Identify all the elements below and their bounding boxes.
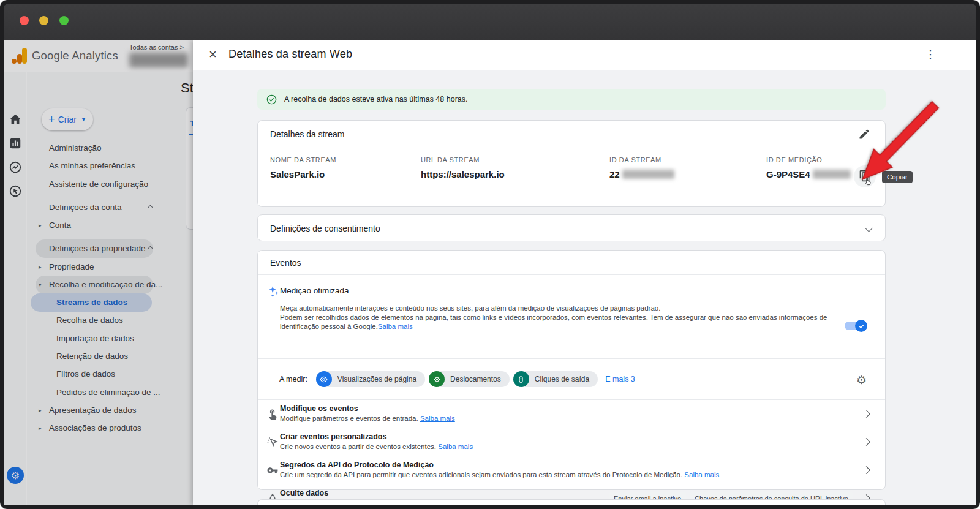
data-collection-banner: A recolha de dados esteve ativa nas últi… bbox=[257, 89, 886, 110]
macos-window: Google Analytics Todas as contas > ⚙ bbox=[0, 0, 980, 509]
copy-measurement-id-button[interactable] bbox=[854, 165, 876, 187]
events-card: Eventos Medição otimizada Meça automatic… bbox=[257, 250, 886, 490]
banner-text: A recolha de dados esteve ativa nas últi… bbox=[284, 95, 468, 104]
stream-name-field: NOME DA STREAM SalesPark.io bbox=[258, 156, 421, 179]
enhanced-measurement-toggle[interactable] bbox=[845, 322, 865, 330]
learn-more-link[interactable]: Saiba mais bbox=[378, 323, 413, 330]
redacted-value bbox=[813, 170, 851, 179]
cursor-sparkle-icon bbox=[266, 436, 279, 448]
edit-pencil-icon[interactable] bbox=[858, 128, 870, 140]
modify-events-row[interactable]: Modifique os eventos Modifique parâmetro… bbox=[258, 400, 885, 428]
stream-url-field: URL DA STREAM https://salespark.io bbox=[421, 156, 609, 179]
sparkle-icon bbox=[267, 285, 281, 298]
close-window-button[interactable] bbox=[20, 16, 29, 25]
scroll-icon bbox=[429, 371, 445, 387]
stream-id-field: ID DA STREAM 22 bbox=[609, 156, 766, 179]
learn-more-link[interactable]: Saiba mais bbox=[420, 415, 455, 422]
consent-settings-card[interactable]: Definições de consentimento bbox=[257, 214, 886, 241]
hand-cursor-icon bbox=[862, 176, 873, 187]
outbound-click-icon bbox=[513, 371, 529, 387]
panel-header: × Detalhes da stream Web ⋮ bbox=[193, 40, 976, 70]
window-titlebar bbox=[4, 4, 976, 40]
copy-tooltip: Copiar bbox=[882, 171, 913, 183]
redacted-value bbox=[622, 170, 674, 179]
enhanced-measurement-section: Medição otimizada Meça automaticamente i… bbox=[258, 275, 885, 359]
more-options-icon[interactable]: ⋮ bbox=[925, 48, 936, 61]
enhanced-measurement-title: Medição otimizada bbox=[280, 286, 349, 295]
create-custom-events-row[interactable]: Criar eventos personalizados Crie novos … bbox=[258, 428, 885, 456]
touch-app-icon bbox=[266, 408, 279, 420]
chevron-right-icon bbox=[862, 466, 870, 474]
next-card-partial bbox=[257, 499, 886, 505]
check-circle-icon bbox=[266, 94, 277, 105]
stream-details-card: Detalhes da stream NOME DA STREAM SalesP… bbox=[257, 120, 886, 207]
card-title: Detalhes da stream bbox=[258, 121, 885, 148]
learn-more-link[interactable]: Saiba mais bbox=[438, 443, 473, 450]
modal-scrim[interactable] bbox=[4, 40, 194, 505]
enhanced-measurement-description: Meça automaticamente interações e conteú… bbox=[280, 304, 831, 331]
learn-more-link[interactable]: Saiba mais bbox=[684, 471, 719, 478]
eye-icon bbox=[316, 371, 332, 387]
stream-details-panel: × Detalhes da stream Web ⋮ A recolha de … bbox=[193, 40, 976, 505]
and-3-more-link[interactable]: E mais 3 bbox=[605, 375, 635, 383]
zoom-window-button[interactable] bbox=[59, 16, 69, 25]
measuring-row: A medir: Visualizações de página bbox=[258, 359, 885, 400]
panel-title: Detalhes da stream Web bbox=[228, 48, 352, 61]
close-icon[interactable]: × bbox=[209, 47, 217, 62]
measurement-protocol-secrets-row[interactable]: Segredos da API do Protocolo de Medição … bbox=[258, 456, 885, 484]
chevron-right-icon bbox=[862, 410, 870, 418]
chip-page-views[interactable]: Visualizações de página bbox=[316, 371, 425, 387]
key-icon bbox=[266, 464, 279, 477]
chip-scrolls[interactable]: Deslocamentos bbox=[429, 371, 510, 387]
minimize-window-button[interactable] bbox=[39, 16, 48, 25]
measuring-label: A medir: bbox=[279, 375, 307, 383]
gear-icon[interactable]: ⚙ bbox=[856, 373, 867, 387]
chip-outbound-clicks[interactable]: Cliques de saída bbox=[513, 371, 598, 387]
consent-title: Definições de consentimento bbox=[258, 215, 885, 243]
events-title: Eventos bbox=[258, 251, 885, 275]
chevron-right-icon bbox=[862, 438, 870, 446]
app-area: Google Analytics Todas as contas > ⚙ bbox=[4, 40, 976, 505]
